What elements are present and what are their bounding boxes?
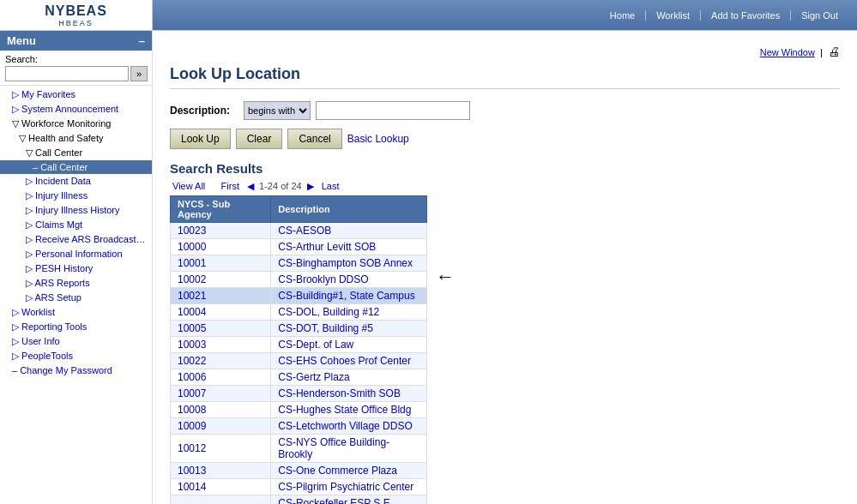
sidebar-item-change-password[interactable]: – Change My Password bbox=[0, 363, 152, 377]
sidebar-item-health-safety[interactable]: ▽ Health and Safety bbox=[0, 131, 152, 146]
description-link[interactable]: CS-Arthur Levitt SOB bbox=[278, 241, 376, 253]
cell-description: CS-Letchworth Village DDSO bbox=[271, 418, 427, 435]
sidebar-item-pesh-history[interactable]: ▷ PESH History bbox=[0, 261, 152, 276]
sidebar-item-workforce-monitoring[interactable]: ▽ Workforce Monitoring bbox=[0, 117, 152, 131]
code-link[interactable]: 10003 bbox=[178, 339, 206, 351]
clear-button[interactable]: Clear bbox=[236, 129, 283, 149]
code-link[interactable]: 10009 bbox=[178, 420, 206, 432]
search-label: Search: bbox=[5, 54, 147, 64]
code-link[interactable]: 10013 bbox=[178, 465, 206, 477]
cancel-button[interactable]: Cancel bbox=[287, 129, 341, 149]
sidebar-item-call-center-parent[interactable]: ▽ Call Center bbox=[0, 146, 152, 160]
description-link[interactable]: CS-Dept. of Law bbox=[278, 339, 353, 351]
description-link[interactable]: CS-Brooklyn DDSO bbox=[278, 273, 368, 285]
sidebar-item-injury-illness[interactable]: ▷ Injury Illness bbox=[0, 189, 152, 203]
description-link[interactable]: CS-NYS Office Building-Brookly bbox=[278, 436, 389, 460]
action-buttons: Look Up Clear Cancel Basic Lookup bbox=[170, 129, 840, 149]
new-window-link[interactable]: New Window bbox=[760, 47, 815, 57]
table-row: 10004CS-DOL, Building #12 bbox=[171, 304, 427, 321]
code-link[interactable]: 10014 bbox=[178, 481, 206, 493]
results-title: Search Results bbox=[170, 161, 840, 176]
table-row: 10002CS-Brooklyn DDSO bbox=[171, 272, 427, 288]
sidebar-item-people-tools[interactable]: ▷ PeopleTools bbox=[0, 349, 152, 363]
sidebar-item-system-announcement[interactable]: ▷ System Announcement bbox=[0, 102, 152, 117]
cell-description: CS-Arthur Levitt SOB bbox=[271, 239, 427, 255]
description-link[interactable]: CS-Binghampton SOB Annex bbox=[278, 257, 413, 269]
description-link[interactable]: CS-Rockefeller ESP S.E. Galler bbox=[278, 497, 393, 504]
code-link[interactable]: 10023 bbox=[178, 225, 206, 237]
collapse-icon[interactable]: – bbox=[139, 34, 145, 47]
description-link[interactable]: CS-Hughes State Office Bldg bbox=[278, 404, 411, 416]
description-link[interactable]: CS-Gertz Plaza bbox=[278, 371, 349, 383]
arrow-indicator: ← bbox=[436, 266, 455, 288]
header-nav: Home Worklist Add to Favorites Sign Out bbox=[153, 0, 857, 30]
cell-description: CS-Rockefeller ESP S.E. Galler bbox=[271, 495, 427, 505]
code-link[interactable]: 10008 bbox=[178, 404, 206, 416]
table-row: 10003CS-Dept. of Law bbox=[171, 337, 427, 353]
sidebar-item-user-info[interactable]: ▷ User Info bbox=[0, 334, 152, 349]
cell-description: CS-NYS Office Building-Brookly bbox=[271, 435, 427, 463]
last-link[interactable]: Last bbox=[322, 181, 340, 191]
code-link[interactable]: 10007 bbox=[178, 387, 206, 399]
code-link[interactable]: 10005 bbox=[178, 322, 206, 334]
code-link[interactable]: 10012 bbox=[178, 442, 206, 454]
table-row: 10010CS-Rockefeller ESP S.E. Galler bbox=[171, 495, 427, 505]
print-icon[interactable]: 🖨 bbox=[828, 45, 840, 58]
filter-select[interactable]: begins with contains ends with = bbox=[244, 101, 311, 120]
cell-description: CS-Henderson-Smith SOB bbox=[271, 386, 427, 402]
first-link[interactable]: First bbox=[221, 181, 239, 191]
code-link[interactable]: 10004 bbox=[178, 306, 206, 318]
table-row: 10005CS-DOT, Building #5 bbox=[171, 321, 427, 337]
sidebar-item-incident-data[interactable]: ▷ Incident Data bbox=[0, 174, 152, 189]
description-link[interactable]: CS-EHS Cohoes Prof Center bbox=[278, 355, 411, 367]
sidebar-item-worklist[interactable]: ▷ Worklist bbox=[0, 305, 152, 320]
description-link[interactable]: CS-AESOB bbox=[278, 225, 331, 237]
code-link[interactable]: 10021 bbox=[178, 290, 206, 302]
description-link[interactable]: CS-Building#1, State Campus bbox=[278, 290, 414, 302]
next-link[interactable]: ▶ bbox=[307, 181, 314, 191]
col-header-code: NYCS - Sub Agency bbox=[171, 196, 271, 223]
search-button[interactable]: » bbox=[130, 66, 148, 81]
page-title: Look Up Location bbox=[170, 65, 840, 89]
sidebar-item-my-favorites[interactable]: ▷ My Favorites bbox=[0, 87, 152, 102]
cell-code: 10002 bbox=[171, 272, 271, 288]
code-link[interactable]: 10002 bbox=[178, 273, 206, 285]
basic-lookup-link[interactable]: Basic Lookup bbox=[347, 133, 409, 145]
code-link[interactable]: 10022 bbox=[178, 355, 206, 367]
description-link[interactable]: CS-One Commerce Plaza bbox=[278, 465, 397, 477]
prev-link[interactable]: ◀ bbox=[247, 181, 254, 191]
description-link[interactable]: CS-Pilgrim Psychiatric Center bbox=[278, 481, 413, 493]
add-to-favorites-link[interactable]: Add to Favorites bbox=[701, 10, 791, 21]
description-link[interactable]: CS-DOL, Building #12 bbox=[278, 306, 379, 318]
description-link[interactable]: CS-DOT, Building #5 bbox=[278, 322, 373, 334]
sidebar-item-call-center[interactable]: – Call Center bbox=[0, 160, 152, 174]
search-input[interactable] bbox=[5, 66, 129, 81]
worklist-link[interactable]: Worklist bbox=[646, 10, 701, 21]
view-all-link[interactable]: View All bbox=[172, 181, 205, 191]
range-text: 1-24 of 24 bbox=[259, 181, 302, 191]
table-row: 10013CS-One Commerce Plaza bbox=[171, 463, 427, 479]
sidebar-item-claims-mgt[interactable]: ▷ Claims Mgt bbox=[0, 218, 152, 232]
table-row: 10023CS-AESOB bbox=[171, 223, 427, 239]
description-link[interactable]: CS-Letchworth Village DDSO bbox=[278, 420, 413, 432]
sidebar-item-receive-ars-broadcast[interactable]: ▷ Receive ARS Broadcast System bbox=[0, 232, 152, 247]
sidebar-item-reporting-tools[interactable]: ▷ Reporting Tools bbox=[0, 320, 152, 334]
code-link[interactable]: 10001 bbox=[178, 257, 206, 269]
sidebar-item-personal-information[interactable]: ▷ Personal Information bbox=[0, 247, 152, 261]
cell-description: CS-Dept. of Law bbox=[271, 337, 427, 353]
logo-sub: HBEAS bbox=[45, 19, 107, 27]
description-link[interactable]: CS-Henderson-Smith SOB bbox=[278, 387, 401, 399]
sidebar-item-ars-reports[interactable]: ▷ ARS Reports bbox=[0, 276, 152, 291]
sidebar-item-injury-illness-history[interactable]: ▷ Injury Illness History bbox=[0, 203, 152, 218]
lookup-button[interactable]: Look Up bbox=[170, 129, 231, 149]
table-row: 10000CS-Arthur Levitt SOB bbox=[171, 239, 427, 255]
cell-code: 10005 bbox=[171, 321, 271, 337]
code-link[interactable]: 10000 bbox=[178, 241, 206, 253]
sidebar-item-ars-setup[interactable]: ▷ ARS Setup bbox=[0, 291, 152, 305]
cell-description: CS-Brooklyn DDSO bbox=[271, 272, 427, 288]
description-input[interactable] bbox=[316, 101, 470, 120]
cell-code: 10010 bbox=[171, 495, 271, 505]
home-link[interactable]: Home bbox=[600, 10, 646, 21]
sign-out-link[interactable]: Sign Out bbox=[791, 10, 848, 21]
code-link[interactable]: 10006 bbox=[178, 371, 206, 383]
